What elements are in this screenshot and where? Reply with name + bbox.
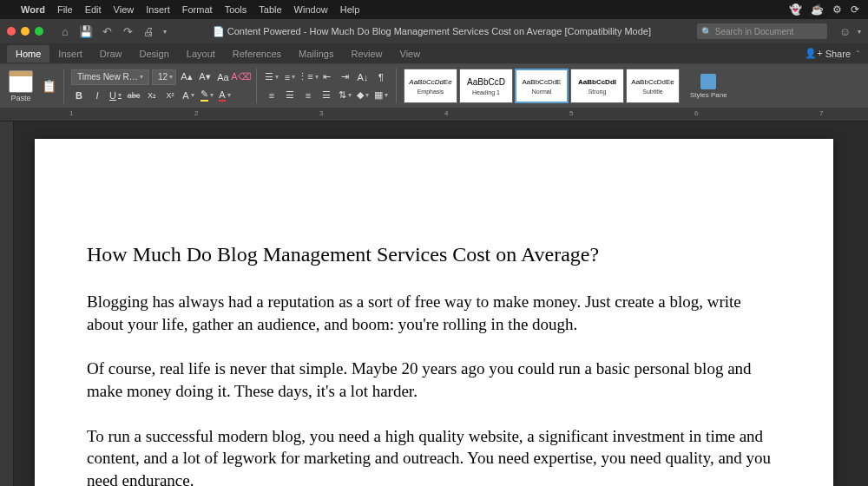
borders-icon[interactable]: ▦▾ — [373, 88, 389, 103]
tab-home[interactable]: Home — [7, 45, 49, 62]
window-controls — [7, 27, 43, 36]
clipboard-brush-icon[interactable]: 📋 — [42, 79, 56, 93]
tab-view[interactable]: View — [391, 45, 430, 62]
styles-gallery: AaBbCcDdEe Emphasis AaBbCcD Heading 1 Aa… — [404, 69, 680, 103]
style-subtitle[interactable]: AaBbCcDdEe Subtitle — [626, 69, 680, 103]
qat-dropdown[interactable]: ▾ — [163, 28, 167, 36]
strikethrough-button[interactable]: abc — [126, 88, 141, 103]
menu-tools[interactable]: Tools — [225, 4, 247, 15]
tab-layout[interactable]: Layout — [178, 45, 224, 62]
indent-left-icon[interactable]: ⇤ — [319, 69, 334, 85]
undo-icon[interactable]: ↶ — [99, 23, 115, 39]
grow-font-icon[interactable]: A▴ — [179, 69, 194, 85]
text-color-button[interactable]: A▾ — [217, 88, 233, 103]
minimize-button[interactable] — [21, 27, 30, 36]
home-icon[interactable]: ⌂ — [57, 23, 73, 39]
highlight-button[interactable]: ✎▾ — [199, 88, 214, 103]
coffee-icon[interactable]: ☕ — [811, 3, 824, 16]
menu-file[interactable]: File — [57, 4, 73, 15]
change-case-icon[interactable]: Aa — [215, 69, 231, 85]
doc-paragraph[interactable]: To run a successful modern blog, you nee… — [87, 425, 781, 486]
shading-icon[interactable]: ◆▾ — [355, 88, 371, 103]
document-area: How Much Do Blog Management Services Cos… — [0, 122, 868, 486]
tab-insert[interactable]: Insert — [49, 45, 91, 62]
style-heading1[interactable]: AaBbCcD Heading 1 — [459, 69, 513, 103]
window-titlebar: ⌂ 💾 ↶ ↷ 🖨 ▾ 📄 Content Powered - How Much… — [0, 19, 868, 43]
superscript-button[interactable]: X² — [162, 88, 178, 103]
style-normal[interactable]: AaBbCcDdE Normal — [515, 69, 569, 103]
line-spacing-icon[interactable]: ⇅▾ — [337, 88, 352, 103]
search-input[interactable]: 🔍 Search in Document — [697, 23, 827, 39]
font-color-button[interactable]: A▾ — [181, 88, 196, 103]
style-strong[interactable]: AaBbCcDdI Strong — [570, 69, 624, 103]
menu-insert[interactable]: Insert — [146, 4, 170, 15]
align-right-icon[interactable]: ≡ — [300, 88, 316, 103]
document-title: 📄 Content Powered - How Much Do Blog Man… — [172, 26, 692, 37]
align-left-icon[interactable]: ≡ — [264, 88, 279, 103]
ribbon-tabs: Home Insert Draw Design Layout Reference… — [0, 43, 868, 64]
bold-button[interactable]: B — [71, 88, 87, 103]
menu-view[interactable]: View — [114, 4, 135, 15]
italic-button[interactable]: I — [89, 88, 105, 103]
share-icon: 👤+ — [805, 48, 822, 59]
menu-window[interactable]: Window — [294, 4, 328, 15]
print-icon[interactable]: 🖨 — [141, 23, 156, 39]
tab-review[interactable]: Review — [342, 45, 391, 62]
menu-edit[interactable]: Edit — [85, 4, 102, 15]
zoom-button[interactable] — [35, 27, 43, 36]
app-name[interactable]: Word — [21, 4, 45, 15]
bullet-list-icon[interactable]: ☰▾ — [264, 69, 279, 85]
settings-icon[interactable]: ⚙ — [832, 3, 842, 16]
share-button[interactable]: 👤+ Share ⌃ — [805, 48, 861, 59]
sort-icon[interactable]: A↓ — [355, 69, 371, 85]
ghost-icon[interactable]: 👻 — [789, 3, 802, 16]
tab-design[interactable]: Design — [131, 45, 178, 62]
clear-format-icon[interactable]: A⌫ — [233, 69, 249, 85]
vertical-ruler[interactable] — [0, 122, 14, 486]
justify-icon[interactable]: ☰ — [319, 88, 334, 103]
indent-right-icon[interactable]: ⇥ — [337, 69, 352, 85]
multilevel-list-icon[interactable]: ⋮≡▾ — [300, 69, 316, 85]
search-icon: 🔍 — [701, 27, 712, 36]
paste-icon[interactable] — [9, 70, 33, 93]
horizontal-ruler[interactable]: 1 2 3 4 5 6 7 — [0, 108, 868, 122]
subscript-button[interactable]: X₂ — [144, 88, 160, 103]
titlebar-dropdown[interactable]: ▾ — [858, 28, 861, 36]
paste-group: Paste — [7, 69, 35, 104]
tab-mailings[interactable]: Mailings — [290, 45, 342, 62]
paste-label[interactable]: Paste — [10, 94, 30, 102]
document-page[interactable]: How Much Do Blog Management Services Cos… — [35, 139, 833, 486]
word-doc-icon: 📄 — [213, 26, 225, 36]
doc-heading[interactable]: How Much Do Blog Management Services Cos… — [87, 243, 781, 266]
close-button[interactable] — [7, 27, 16, 36]
tab-draw[interactable]: Draw — [91, 45, 131, 62]
paragraph-marks-icon[interactable]: ¶ — [373, 69, 389, 85]
style-emphasis[interactable]: AaBbCcDdEe Emphasis — [404, 69, 457, 103]
number-list-icon[interactable]: ≡▾ — [282, 69, 298, 85]
doc-paragraph[interactable]: Of course, real life is never that simpl… — [87, 358, 781, 402]
redo-icon[interactable]: ↷ — [120, 23, 135, 39]
doc-paragraph[interactable]: Blogging has always had a reputation as … — [87, 291, 781, 335]
font-name-select[interactable]: Times New R…▾ — [71, 69, 149, 85]
align-center-icon[interactable]: ☰ — [282, 88, 298, 103]
save-icon[interactable]: 💾 — [78, 23, 94, 39]
styles-pane-icon — [700, 74, 716, 89]
shrink-font-icon[interactable]: A▾ — [197, 69, 213, 85]
tab-references[interactable]: References — [224, 45, 290, 62]
font-group: Times New R…▾ 12▾ A▴ A▾ Aa A⌫ B I U▾ abc… — [71, 69, 249, 103]
styles-pane-button[interactable]: Styles Pane — [690, 74, 727, 99]
paragraph-group: ☰▾ ≡▾ ⋮≡▾ ⇤ ⇥ A↓ ¶ ≡ ☰ ≡ ☰ ⇅▾ ◆▾ ▦▾ — [264, 69, 389, 103]
font-size-select[interactable]: 12▾ — [152, 69, 176, 85]
menu-table[interactable]: Table — [259, 4, 281, 15]
underline-button[interactable]: U▾ — [108, 88, 123, 103]
macos-menubar: Word File Edit View Insert Format Tools … — [0, 0, 868, 19]
emoji-icon[interactable]: ☺ — [839, 25, 851, 38]
sync-icon[interactable]: ⟳ — [851, 3, 859, 16]
menu-help[interactable]: Help — [340, 4, 360, 15]
menu-format[interactable]: Format — [182, 4, 213, 15]
ribbon: Paste 📋 Times New R…▾ 12▾ A▴ A▾ Aa A⌫ B … — [0, 64, 868, 108]
